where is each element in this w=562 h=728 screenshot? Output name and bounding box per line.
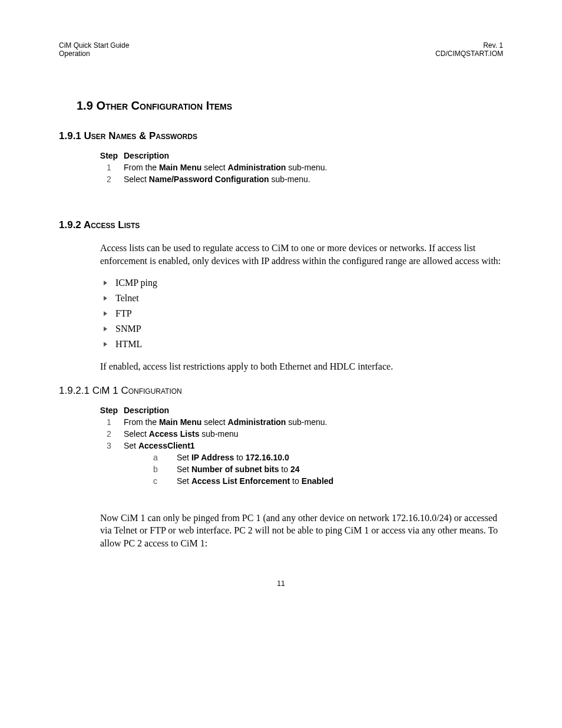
list-item: HTML — [100, 339, 503, 350]
bold-text: AccessClient1 — [138, 441, 195, 450]
table-row: 3 Set AccessClient1 a Set IP Address to … — [94, 441, 503, 488]
subsection-191-heading: 1.9.1 User Names & Passwords — [59, 130, 503, 142]
table-row: 2 Select Name/Password Configuration sub… — [94, 174, 503, 184]
text: Set — [177, 453, 191, 462]
step-number: 2 — [94, 429, 124, 439]
header-doc-subtitle: Operation — [59, 50, 129, 58]
steps-table-1921: Step Description 1 From the Main Menu se… — [94, 406, 503, 488]
subsubsection-1921-heading: 1.9.2.1 CiM 1 Configuration — [59, 385, 503, 397]
section-heading: 1.9 Other Configuration Items — [77, 99, 503, 113]
text: to — [279, 465, 290, 474]
page-number: 11 — [59, 579, 503, 588]
table-header-step: Step — [94, 406, 124, 415]
subsection-192-heading: 1.9.2 Access Lists — [59, 219, 503, 231]
section-title: Other Configuration Items — [96, 99, 232, 112]
text: Set — [124, 441, 138, 450]
text: Set — [177, 465, 191, 474]
list-item: ICMP ping — [100, 278, 503, 288]
bold-text: Main Menu — [159, 163, 201, 172]
table-header-description: Description — [124, 406, 503, 415]
table-row: 2 Select Access Lists sub-menu — [94, 429, 503, 439]
table-header-step: Step — [94, 151, 124, 160]
substep-letter: a — [147, 453, 177, 462]
step-number: 1 — [94, 163, 124, 172]
table-header-row: Step Description — [94, 151, 503, 160]
text: From the — [124, 417, 159, 427]
step-description: From the Main Menu select Administration… — [124, 163, 503, 172]
text: sub-menu. — [286, 417, 327, 427]
body-paragraph: Access lists can be used to regulate acc… — [100, 242, 503, 267]
bold-text: Enabled — [302, 476, 333, 486]
substep-letter: c — [147, 476, 177, 486]
bullet-list: ICMP ping Telnet FTP SNMP HTML — [100, 278, 503, 350]
substep-description: Set IP Address to 172.16.10.0 — [177, 453, 503, 462]
header-right: Rev. 1 CD/CIMQSTART.IOM — [435, 41, 503, 58]
page-header: CiM Quick Start Guide Operation Rev. 1 C… — [59, 41, 503, 58]
text: sub-menu — [199, 429, 238, 439]
bold-text: Name/Password Configuration — [149, 174, 269, 184]
text: to — [290, 476, 301, 486]
header-left: CiM Quick Start Guide Operation — [59, 41, 129, 58]
substep-description: Set Access List Enforcement to Enabled — [177, 476, 503, 486]
bold-text: IP Address — [191, 453, 234, 462]
text: to — [234, 453, 245, 462]
bold-text: Administration — [228, 417, 286, 427]
step-number: 1 — [94, 417, 124, 427]
bold-text: Main Menu — [159, 417, 201, 427]
step-description: From the Main Menu select Administration… — [124, 417, 503, 427]
body-paragraph: Now CiM 1 can only be pinged from PC 1 (… — [100, 512, 503, 550]
header-doc-title: CiM Quick Start Guide — [59, 41, 129, 50]
header-revision: Rev. 1 — [435, 41, 503, 50]
step-number: 2 — [94, 174, 124, 184]
text: sub-menu. — [286, 163, 327, 172]
step-description: Select Name/Password Configuration sub-m… — [124, 174, 503, 184]
list-item: SNMP — [100, 324, 503, 334]
table-row: b Set Number of subnet bits to 24 — [147, 465, 503, 474]
steps-table-191: Step Description 1 From the Main Menu se… — [94, 151, 503, 184]
text: From the — [124, 163, 159, 172]
text: select — [201, 163, 227, 172]
step-description: Set AccessClient1 a Set IP Address to 17… — [124, 441, 503, 488]
table-row: c Set Access List Enforcement to Enabled — [147, 476, 503, 486]
substeps: a Set IP Address to 172.16.10.0 b Set Nu… — [147, 453, 503, 486]
header-doc-id: CD/CIMQSTART.IOM — [435, 50, 503, 58]
bold-text: Administration — [228, 163, 286, 172]
text: Select — [124, 429, 149, 439]
step-description: Select Access Lists sub-menu — [124, 429, 503, 439]
substep-letter: b — [147, 465, 177, 474]
table-row: a Set IP Address to 172.16.10.0 — [147, 453, 503, 462]
bold-text: Access List Enforcement — [191, 476, 290, 486]
text: select — [201, 417, 227, 427]
table-row: 1 From the Main Menu select Administrati… — [94, 417, 503, 427]
table-header-row: Step Description — [94, 406, 503, 415]
list-item: FTP — [100, 308, 503, 319]
section-number: 1.9 — [77, 99, 93, 112]
text: Set — [177, 476, 191, 486]
body-paragraph: If enabled, access list restrictions app… — [100, 360, 503, 373]
bold-text: Access Lists — [149, 429, 200, 439]
bold-text: Number of subnet bits — [191, 465, 279, 474]
table-row: 1 From the Main Menu select Administrati… — [94, 163, 503, 172]
bold-text: 24 — [290, 465, 300, 474]
substep-description: Set Number of subnet bits to 24 — [177, 465, 503, 474]
text: sub-menu. — [269, 174, 310, 184]
table-header-description: Description — [124, 151, 503, 160]
list-item: Telnet — [100, 293, 503, 304]
text: Select — [124, 174, 149, 184]
step-number: 3 — [94, 441, 124, 450]
bold-text: 172.16.10.0 — [246, 453, 289, 462]
